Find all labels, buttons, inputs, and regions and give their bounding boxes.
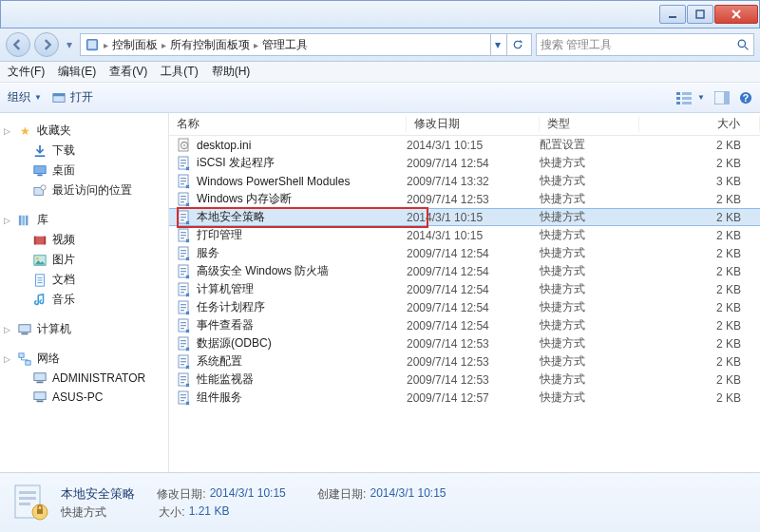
svg-rect-97	[180, 376, 186, 377]
cell-name: 组件服务	[177, 390, 407, 406]
video-icon	[32, 233, 48, 248]
view-mode-button[interactable]: ▼	[676, 91, 705, 104]
file-name: Windows PowerShell Modules	[197, 175, 350, 188]
file-icon	[177, 246, 192, 261]
menu-view[interactable]: 查看(V)	[109, 64, 147, 80]
cell-date: 2009/7/14 12:53	[407, 355, 540, 369]
cell-size: 2 KB	[639, 355, 760, 369]
breadcrumb-seg[interactable]: 所有控制面板项▸	[170, 37, 260, 53]
column-header-date[interactable]: 修改日期	[407, 116, 540, 132]
svg-point-47	[183, 144, 185, 146]
expander-icon[interactable]: ▷	[4, 126, 10, 136]
sidebar-computer-head[interactable]: ▷计算机	[0, 319, 168, 339]
sidebar-item-music[interactable]: 音乐	[0, 290, 168, 310]
chevron-right-icon[interactable]: ▸	[252, 40, 260, 50]
details-title: 本地安全策略	[61, 486, 135, 501]
table-row[interactable]: 任务计划程序2009/7/14 12:54快捷方式2 KB	[169, 298, 760, 316]
svg-rect-85	[180, 322, 186, 323]
breadcrumb[interactable]: ▸ 控制面板▸ 所有控制面板项▸ 管理工具 ▾	[80, 33, 532, 56]
sidebar-item-network-pc[interactable]: ADMINISTRATOR	[0, 369, 168, 388]
expander-icon[interactable]: ▷	[4, 325, 10, 334]
table-row[interactable]: 事件查看器2009/7/14 12:54快捷方式2 KB	[169, 316, 760, 334]
organize-button[interactable]: 组织▼	[8, 89, 42, 105]
preview-pane-button[interactable]	[714, 91, 730, 104]
cell-type: 快捷方式	[540, 317, 639, 333]
svg-rect-29	[34, 236, 36, 244]
file-name: 打印管理	[197, 227, 242, 243]
recent-dropdown[interactable]: ▾	[63, 34, 76, 55]
file-name: 组件服务	[197, 390, 242, 406]
sidebar-libraries-head[interactable]: ▷库	[0, 210, 168, 230]
forward-button[interactable]	[34, 32, 59, 57]
svg-rect-25	[19, 215, 22, 225]
table-row[interactable]: 性能监视器2009/7/14 12:53快捷方式2 KB	[169, 370, 760, 389]
menu-tools[interactable]: 工具(T)	[161, 64, 198, 80]
file-icon	[177, 390, 192, 406]
table-row[interactable]: 高级安全 Windows 防火墙2009/7/14 12:54快捷方式2 KB	[169, 262, 760, 280]
minimize-button[interactable]	[659, 5, 686, 24]
table-row[interactable]: 服务2009/7/14 12:54快捷方式2 KB	[169, 244, 760, 262]
sidebar-item-label: 文档	[52, 272, 75, 288]
breadcrumb-seg[interactable]: 管理工具	[262, 37, 308, 53]
svg-rect-21	[34, 165, 46, 173]
table-row[interactable]: 系统配置2009/7/14 12:53快捷方式2 KB	[169, 352, 760, 370]
chevron-right-icon[interactable]: ▸	[102, 40, 110, 50]
cell-name: 系统配置	[177, 353, 407, 370]
file-name: 计算机管理	[197, 281, 254, 297]
table-row[interactable]: iSCSI 发起程序2009/7/14 12:54快捷方式2 KB	[169, 154, 760, 172]
svg-rect-37	[19, 324, 30, 332]
breadcrumb-seg[interactable]: 控制面板▸	[112, 37, 168, 53]
sidebar-network-head[interactable]: ▷网络	[0, 349, 168, 369]
cell-name: 服务	[177, 245, 407, 261]
cell-type: 快捷方式	[540, 155, 639, 171]
svg-rect-107	[19, 503, 30, 505]
table-row[interactable]: Windows PowerShell Modules2009/7/14 13:3…	[169, 172, 760, 190]
table-row[interactable]: 数据源(ODBC)2009/7/14 12:53快捷方式2 KB	[169, 334, 760, 352]
sidebar-item-recent[interactable]: 最近访问的位置	[0, 180, 168, 200]
search-input[interactable]: 搜索 管理工具	[536, 33, 754, 56]
details-pane: 本地安全策略 修改日期:2014/3/1 10:15 创建日期:2014/3/1…	[0, 472, 760, 532]
table-row[interactable]: Windows 内存诊断2009/7/14 12:53快捷方式2 KB	[169, 190, 760, 208]
sidebar-item-pictures[interactable]: 图片	[0, 250, 168, 270]
details-icon	[10, 482, 51, 523]
table-row[interactable]: 本地安全策略2014/3/1 10:15快捷方式2 KB	[169, 208, 760, 226]
svg-rect-98	[180, 379, 186, 380]
sidebar-item-downloads[interactable]: 下载	[0, 141, 168, 161]
cell-type: 快捷方式	[540, 263, 639, 279]
sidebar-favorites-head[interactable]: ▷★收藏夹	[0, 121, 168, 141]
table-row[interactable]: desktop.ini2014/3/1 10:15配置设置2 KB	[169, 136, 760, 154]
file-name: 任务计划程序	[197, 299, 265, 315]
svg-rect-91	[180, 346, 184, 347]
chevron-right-icon[interactable]: ▸	[160, 40, 168, 50]
maximize-button[interactable]	[687, 5, 713, 24]
svg-rect-79	[180, 292, 184, 293]
sidebar-item-videos[interactable]: 视频	[0, 230, 168, 250]
menu-edit[interactable]: 编辑(E)	[58, 64, 96, 80]
menu-file[interactable]: 文件(F)	[8, 64, 45, 80]
column-header-name[interactable]: 名称	[169, 116, 407, 132]
open-button[interactable]: 打开	[51, 89, 93, 105]
file-icon	[177, 138, 192, 153]
close-button[interactable]	[714, 5, 758, 24]
column-header-type[interactable]: 类型	[540, 116, 639, 132]
table-row[interactable]: 组件服务2009/7/14 12:57快捷方式2 KB	[169, 389, 760, 407]
dropdown-toggle[interactable]: ▾	[490, 34, 504, 55]
file-list[interactable]: desktop.ini2014/3/1 10:15配置设置2 KBiSCSI 发…	[169, 136, 760, 472]
expander-icon[interactable]: ▷	[4, 216, 10, 225]
cell-type: 快捷方式	[540, 335, 639, 352]
sidebar-item-network-pc[interactable]: ASUS-PC	[0, 388, 168, 407]
sidebar-item-desktop[interactable]: 桌面	[0, 161, 168, 180]
back-button[interactable]	[6, 32, 30, 57]
table-row[interactable]: 打印管理2014/3/1 10:15快捷方式2 KB	[169, 226, 760, 244]
file-pane: 名称 修改日期 类型 大小 desktop.ini2014/3/1 10:15配…	[169, 113, 760, 472]
svg-rect-81	[180, 304, 186, 305]
sidebar-item-documents[interactable]: 文档	[0, 270, 168, 290]
cell-name: 数据源(ODBC)	[177, 335, 407, 352]
refresh-button[interactable]	[506, 34, 527, 55]
cell-size: 2 KB	[639, 283, 760, 296]
column-header-size[interactable]: 大小	[639, 116, 760, 132]
help-button[interactable]: ?	[739, 91, 752, 104]
menu-help[interactable]: 帮助(H)	[212, 64, 251, 80]
table-row[interactable]: 计算机管理2009/7/14 12:54快捷方式2 KB	[169, 280, 760, 298]
expander-icon[interactable]: ▷	[4, 354, 10, 364]
